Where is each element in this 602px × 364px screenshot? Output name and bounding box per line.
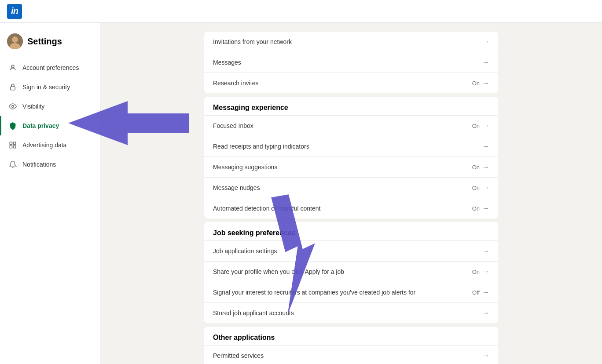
svg-point-1: [12, 36, 18, 43]
arrow-right-icon: →: [482, 268, 489, 276]
setting-meta: On →: [472, 184, 489, 192]
setting-row-harmful-content[interactable]: Automated detection of harmful content O…: [204, 198, 498, 218]
section-header-job-seeking: Job seeking preferences: [204, 222, 498, 241]
sidebar-item-data-privacy[interactable]: Data privacy: [0, 116, 100, 135]
arrow-right-icon: →: [482, 58, 489, 66]
setting-row-stored-accounts[interactable]: Stored job applicant accounts →: [204, 303, 498, 323]
arrow-right-icon: →: [482, 352, 489, 360]
settings-title: Settings: [27, 36, 62, 47]
setting-row-research-invites[interactable]: Research invites On →: [204, 73, 498, 93]
setting-meta: →: [482, 58, 489, 66]
setting-meta: On →: [472, 163, 489, 171]
sidebar-item-label: Data privacy: [22, 122, 59, 129]
bell-icon: [8, 160, 17, 169]
section-network: Invitations from your network → Messages…: [204, 32, 498, 93]
arrow-right-icon: →: [482, 288, 489, 296]
setting-row-invitations[interactable]: Invitations from your network →: [204, 32, 498, 52]
setting-row-job-application-settings[interactable]: Job application settings →: [204, 241, 498, 262]
sidebar-item-label: Notifications: [22, 161, 56, 168]
setting-row-messages[interactable]: Messages →: [204, 52, 498, 73]
setting-meta: On →: [472, 268, 489, 276]
section-job-seeking: Job seeking preferences Job application …: [204, 222, 498, 323]
section-header-messaging: Messaging experience: [204, 97, 498, 116]
linkedin-logo[interactable]: in: [7, 4, 22, 19]
svg-point-3: [11, 65, 14, 68]
setting-meta: →: [482, 38, 489, 46]
svg-rect-9: [14, 146, 16, 148]
lock-icon: [8, 83, 17, 91]
setting-meta: On →: [472, 204, 489, 212]
sidebar-item-notifications[interactable]: Notifications: [0, 155, 100, 174]
arrow-right-icon: →: [482, 247, 489, 255]
svg-rect-7: [14, 142, 16, 144]
svg-rect-8: [10, 146, 12, 148]
setting-row-messaging-suggestions[interactable]: Messaging suggestions On →: [204, 157, 498, 178]
setting-meta: →: [482, 247, 489, 255]
content-area: Invitations from your network → Messages…: [100, 23, 602, 364]
setting-meta: Off →: [472, 288, 489, 296]
arrow-right-icon: →: [482, 38, 489, 46]
arrow-right-icon: →: [482, 79, 489, 87]
avatar: [7, 33, 23, 49]
svg-rect-6: [10, 142, 12, 144]
section-header-other-applications: Other applications: [204, 327, 498, 346]
arrow-right-icon: →: [482, 184, 489, 192]
setting-row-message-nudges[interactable]: Message nudges On →: [204, 178, 498, 198]
person-icon: [8, 63, 17, 72]
sidebar-item-label: Account preferences: [22, 64, 79, 71]
content-inner: Invitations from your network → Messages…: [197, 23, 505, 364]
setting-meta: →: [482, 142, 489, 150]
sidebar-item-advertising-data[interactable]: Advertising data: [0, 135, 100, 155]
sidebar-item-label: Sign in & security: [22, 84, 70, 91]
setting-row-focused-inbox[interactable]: Focused Inbox On →: [204, 116, 498, 136]
setting-meta: →: [482, 352, 489, 360]
section-other-applications: Other applications Permitted services → …: [204, 327, 498, 364]
setting-row-share-profile-apply[interactable]: Share your profile when you click Apply …: [204, 262, 498, 282]
settings-header: Settings: [0, 30, 100, 58]
setting-row-signal-recruiters[interactable]: Signal your interest to recruiters at co…: [204, 282, 498, 303]
grid-icon: [8, 141, 17, 149]
setting-row-permitted-services[interactable]: Permitted services →: [204, 346, 498, 364]
sidebar-item-visibility[interactable]: Visibility: [0, 97, 100, 116]
setting-meta: →: [482, 309, 489, 317]
arrow-right-icon: →: [482, 122, 489, 130]
setting-meta: On →: [472, 79, 489, 87]
arrow-right-icon: →: [482, 309, 489, 317]
sidebar-item-label: Visibility: [22, 103, 44, 110]
arrow-right-icon: →: [482, 163, 489, 171]
eye-icon: [8, 102, 17, 111]
sidebar-item-sign-in-security[interactable]: Sign in & security: [0, 77, 100, 97]
sidebar-item-label: Advertising data: [22, 142, 66, 149]
main-layout: Settings Account preferences Sign in & s…: [0, 23, 602, 364]
svg-rect-4: [11, 87, 15, 90]
sidebar: Settings Account preferences Sign in & s…: [0, 23, 100, 364]
shield-icon: [8, 121, 17, 130]
sidebar-item-account-preferences[interactable]: Account preferences: [0, 58, 100, 77]
top-bar: in: [0, 0, 602, 23]
section-messaging: Messaging experience Focused Inbox On → …: [204, 97, 498, 218]
svg-point-5: [12, 106, 14, 108]
setting-meta: On →: [472, 122, 489, 130]
arrow-right-icon: →: [482, 204, 489, 212]
arrow-right-icon: →: [482, 142, 489, 150]
setting-row-read-receipts[interactable]: Read receipts and typing indicators →: [204, 136, 498, 157]
